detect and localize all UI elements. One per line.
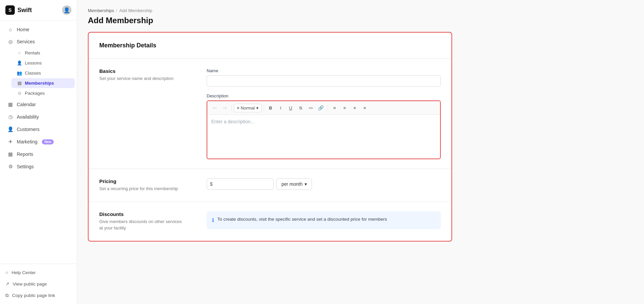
user-avatar[interactable]: 👤: [62, 5, 71, 15]
settings-icon: ⚙: [7, 164, 13, 170]
services-sub-nav: ○ Rentals 👤 Lessons 👥 Classes ▤ Membersh…: [9, 48, 77, 98]
discounts-layout: Discounts Give members discounts on othe…: [99, 211, 441, 231]
page-title: Add Membership: [88, 16, 452, 25]
lessons-icon: 👤: [17, 60, 22, 66]
sidebar-item-marketing-label: Marketing: [17, 139, 37, 144]
chevron-down-icon: ▾: [256, 105, 259, 111]
discounts-info-banner: ℹ To create discounts, visit the specifi…: [207, 211, 441, 229]
help-center-label: Help Center: [11, 270, 36, 275]
sidebar-item-home[interactable]: ⌂ Home: [2, 24, 75, 35]
sidebar-item-availability-label: Availability: [17, 114, 39, 120]
discounts-label: Discounts: [99, 211, 193, 217]
sidebar-item-calendar[interactable]: ▦ Calendar: [2, 98, 75, 111]
period-label: per month: [281, 181, 303, 187]
info-icon: ℹ: [212, 216, 214, 224]
basics-label: Basics: [99, 68, 193, 74]
pricing-label: Pricing: [99, 178, 193, 184]
sidebar-item-packages[interactable]: ⊙ Packages: [11, 88, 75, 98]
description-editor: ↩ ↪ ≡ Normal ▾ B I: [207, 100, 441, 159]
sidebar-item-customers-label: Customers: [17, 127, 40, 132]
pricing-layout: Pricing Set a recurring price for this m…: [99, 178, 441, 192]
availability-icon: ◷: [7, 114, 13, 120]
rentals-icon: ○: [17, 50, 22, 55]
copy-public-link[interactable]: ⧉ Copy public page link: [0, 290, 77, 301]
copy-icon: ⧉: [5, 293, 9, 298]
redo-button[interactable]: ↪: [220, 103, 229, 113]
period-chevron-icon: ▾: [305, 181, 307, 187]
sidebar-item-availability[interactable]: ◷ Availability: [2, 111, 75, 123]
name-field-label: Name: [207, 68, 441, 73]
sidebar-item-classes[interactable]: 👥 Classes: [11, 68, 75, 78]
sidebar-item-customers[interactable]: 👤 Customers: [2, 123, 75, 135]
sidebar-item-settings[interactable]: ⚙ Settings: [2, 161, 75, 173]
help-center-link[interactable]: ○ Help Center: [0, 267, 77, 278]
logo-icon: S: [5, 5, 15, 15]
description-placeholder: Enter a description...: [211, 119, 254, 124]
sidebar-item-reports-label: Reports: [17, 151, 33, 157]
view-public-page-label: View public page: [13, 281, 47, 287]
basics-layout: Basics Set your service name and descrip…: [99, 68, 441, 159]
align-right-button[interactable]: ≡: [350, 103, 360, 113]
copy-public-link-label: Copy public page link: [12, 293, 55, 298]
toolbar-sep-3: [328, 104, 328, 111]
sidebar-item-reports[interactable]: ▦ Reports: [2, 148, 75, 160]
price-input[interactable]: [207, 178, 274, 190]
undo-button[interactable]: ↩: [210, 103, 219, 113]
basics-section: Basics Set your service name and descrip…: [89, 59, 451, 169]
sidebar-item-lessons[interactable]: 👤 Lessons: [11, 58, 75, 68]
classes-icon: 👥: [17, 71, 22, 76]
packages-icon: ⊙: [17, 91, 22, 96]
sidebar-item-memberships-label: Memberships: [25, 81, 54, 86]
basics-right: Name Description ↩ ↪ ≡ Normal: [207, 68, 441, 159]
memberships-icon: ▤: [17, 81, 22, 86]
sidebar-item-services-label: Services: [17, 39, 35, 44]
home-icon: ⌂: [7, 27, 13, 32]
sidebar-item-services[interactable]: ◎ Services: [2, 36, 75, 48]
main-content: Memberships / Add Membership Add Members…: [77, 0, 644, 304]
basics-left: Basics Set your service name and descrip…: [99, 68, 193, 159]
toolbar-sep-2: [264, 104, 264, 111]
sidebar-nav: ⌂ Home ◎ Services ○ Rentals 👤 Lessons 👥 …: [0, 20, 77, 264]
align-center-button[interactable]: ≡: [340, 103, 350, 113]
align-justify-button[interactable]: ≡: [360, 103, 370, 113]
help-icon: ○: [5, 270, 8, 275]
discounts-left: Discounts Give members discounts on othe…: [99, 211, 193, 231]
italic-button[interactable]: I: [276, 103, 285, 113]
sidebar-item-settings-label: Settings: [17, 164, 34, 169]
align-left-button[interactable]: ≡: [330, 103, 339, 113]
code-button[interactable]: <>: [306, 103, 316, 113]
breadcrumb-parent[interactable]: Memberships: [88, 8, 114, 13]
price-input-wrap: $: [207, 178, 274, 190]
editor-body[interactable]: Enter a description...: [207, 115, 440, 159]
discounts-section: Discounts Give members discounts on othe…: [89, 202, 451, 241]
sidebar-header: S Swift 👤: [0, 0, 77, 20]
breadcrumb-separator: /: [116, 8, 117, 13]
editor-toolbar: ↩ ↪ ≡ Normal ▾ B I: [207, 101, 440, 115]
services-icon: ◎: [7, 39, 13, 45]
calendar-icon: ▦: [7, 101, 13, 107]
sidebar-item-memberships[interactable]: ▤ Memberships: [11, 78, 75, 88]
view-public-page-link[interactable]: ↗ View public page: [0, 278, 77, 290]
text-style-dropdown[interactable]: ≡ Normal ▾: [234, 104, 262, 112]
period-dropdown[interactable]: per month ▾: [276, 178, 312, 190]
link-button[interactable]: 🔗: [316, 103, 326, 113]
app-name: Swift: [17, 7, 32, 14]
toolbar-sep-1: [231, 104, 232, 111]
bold-button[interactable]: B: [266, 103, 275, 113]
style-dropdown-label: Normal: [241, 105, 255, 111]
underline-button[interactable]: U: [286, 103, 296, 113]
pricing-right: $ per month ▾: [207, 178, 441, 192]
app-logo[interactable]: S Swift: [5, 5, 32, 15]
strikethrough-button[interactable]: S: [296, 103, 306, 113]
breadcrumb-current: Add Membership: [119, 8, 152, 13]
sidebar-item-packages-label: Packages: [25, 91, 45, 96]
avatar-icon: 👤: [63, 7, 70, 13]
style-dropdown-icon: ≡: [237, 105, 239, 111]
sidebar-item-marketing[interactable]: ✈ Marketing New: [2, 136, 75, 148]
sidebar-item-rentals[interactable]: ○ Rentals: [11, 48, 75, 58]
reports-icon: ▦: [7, 151, 13, 157]
breadcrumb: Memberships / Add Membership: [88, 8, 452, 13]
marketing-icon: ✈: [7, 139, 13, 145]
name-input[interactable]: [207, 75, 441, 87]
pricing-section: Pricing Set a recurring price for this m…: [89, 169, 451, 202]
